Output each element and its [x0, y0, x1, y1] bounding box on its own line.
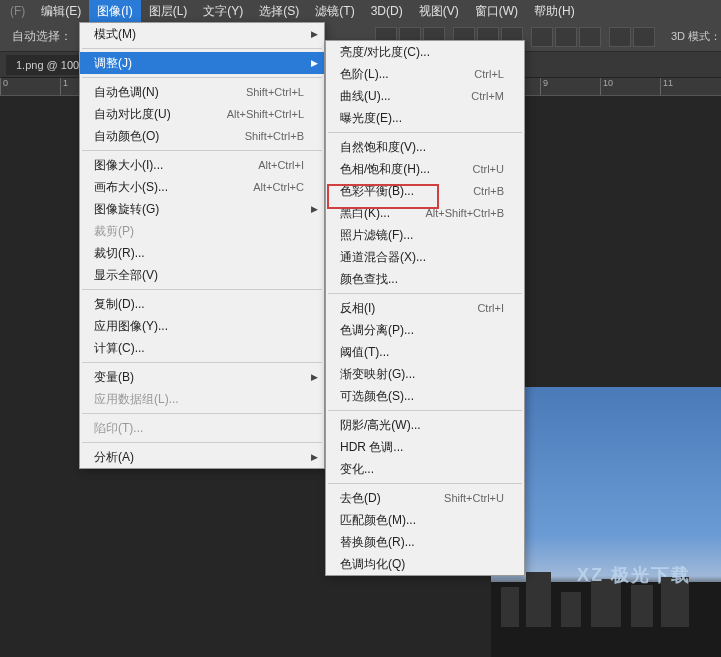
menu-item-label: 模式(M): [94, 26, 304, 43]
menu-item-label: 色调均化(Q): [340, 556, 504, 573]
menu-item-label: 计算(C)...: [94, 340, 304, 357]
image-menu-item[interactable]: 复制(D)...: [80, 293, 324, 315]
menu-item-label: 调整(J): [94, 55, 304, 72]
adjust-menu-item[interactable]: 色相/饱和度(H)...Ctrl+U: [326, 158, 524, 180]
menubar-item[interactable]: 窗口(W): [467, 0, 526, 23]
menu-separator: [82, 48, 322, 49]
watermark-text: XZ 极光下载: [577, 563, 691, 587]
menu-item-label: 裁切(R)...: [94, 245, 304, 262]
menu-separator: [82, 77, 322, 78]
image-menu-item[interactable]: 自动对比度(U)Alt+Shift+Ctrl+L: [80, 103, 324, 125]
adjust-menu-item[interactable]: 替换颜色(R)...: [326, 531, 524, 553]
menu-item-label: 陷印(T)...: [94, 420, 304, 437]
menubar-item[interactable]: 图层(L): [141, 0, 196, 23]
menu-shortcut: Alt+Shift+Ctrl+B: [425, 207, 504, 219]
ruler-tick: 9: [540, 78, 600, 95]
menubar-item[interactable]: 3D(D): [363, 1, 411, 21]
menubar-item[interactable]: (F): [2, 1, 33, 21]
menubar-item[interactable]: 选择(S): [251, 0, 307, 23]
menubar-item[interactable]: 编辑(E): [33, 0, 89, 23]
adjust-menu-item[interactable]: 匹配颜色(M)...: [326, 509, 524, 531]
menubar-item[interactable]: 帮助(H): [526, 0, 583, 23]
adjust-menu-item[interactable]: 去色(D)Shift+Ctrl+U: [326, 487, 524, 509]
menu-item-label: 图像大小(I)...: [94, 157, 258, 174]
menu-item-label: 应用数据组(L)...: [94, 391, 304, 408]
image-menu-item[interactable]: 自动颜色(O)Shift+Ctrl+B: [80, 125, 324, 147]
menu-item-label: 曲线(U)...: [340, 88, 471, 105]
adjust-menu-item[interactable]: 自然饱和度(V)...: [326, 136, 524, 158]
arrange-icon[interactable]: [609, 27, 631, 47]
menu-shortcut: Ctrl+U: [473, 163, 504, 175]
menu-item-label: 通道混合器(X)...: [340, 249, 504, 266]
adjust-menu-item[interactable]: 变化...: [326, 458, 524, 480]
ruler-tick: 11: [660, 78, 720, 95]
menu-separator: [82, 413, 322, 414]
menu-separator: [82, 442, 322, 443]
adjust-menu-item[interactable]: 黑白(K)...Alt+Shift+Ctrl+B: [326, 202, 524, 224]
image-menu-item[interactable]: 调整(J)▶: [80, 52, 324, 74]
image-preview: XZ 极光下载: [491, 387, 721, 657]
menu-shortcut: Ctrl+B: [473, 185, 504, 197]
image-menu-item[interactable]: 计算(C)...: [80, 337, 324, 359]
ruler-tick: 10: [600, 78, 660, 95]
menu-item-label: 照片滤镜(F)...: [340, 227, 504, 244]
image-menu-item[interactable]: 变量(B)▶: [80, 366, 324, 388]
menu-shortcut: Shift+Ctrl+B: [245, 130, 304, 142]
adjust-menu-item[interactable]: 阈值(T)...: [326, 341, 524, 363]
submenu-arrow-icon: ▶: [311, 58, 318, 68]
menubar-item[interactable]: 图像(I): [89, 0, 140, 23]
menubar-item[interactable]: 视图(V): [411, 0, 467, 23]
adjustments-submenu: 亮度/对比度(C)...色阶(L)...Ctrl+L曲线(U)...Ctrl+M…: [325, 40, 525, 576]
adjust-menu-item[interactable]: 可选颜色(S)...: [326, 385, 524, 407]
menu-item-label: 自然饱和度(V)...: [340, 139, 504, 156]
adjust-menu-item[interactable]: 照片滤镜(F)...: [326, 224, 524, 246]
adjust-menu-item[interactable]: 阴影/高光(W)...: [326, 414, 524, 436]
adjust-menu-item[interactable]: 颜色查找...: [326, 268, 524, 290]
menu-item-label: 变量(B): [94, 369, 304, 386]
image-menu-item[interactable]: 画布大小(S)...Alt+Ctrl+C: [80, 176, 324, 198]
image-menu-item[interactable]: 显示全部(V): [80, 264, 324, 286]
menu-item-label: 色阶(L)...: [340, 66, 474, 83]
adjust-menu-item[interactable]: 色阶(L)...Ctrl+L: [326, 63, 524, 85]
adjust-menu-item[interactable]: 色彩平衡(B)...Ctrl+B: [326, 180, 524, 202]
menu-item-label: 复制(D)...: [94, 296, 304, 313]
image-menu-item[interactable]: 图像大小(I)...Alt+Ctrl+I: [80, 154, 324, 176]
auto-select-label: 自动选择：: [12, 28, 72, 45]
menu-item-label: 阈值(T)...: [340, 344, 504, 361]
adjust-menu-item[interactable]: 曲线(U)...Ctrl+M: [326, 85, 524, 107]
menu-item-label: 自动色调(N): [94, 84, 246, 101]
image-menu-item[interactable]: 应用图像(Y)...: [80, 315, 324, 337]
image-menu-item[interactable]: 自动色调(N)Shift+Ctrl+L: [80, 81, 324, 103]
distribute-icon[interactable]: [579, 27, 601, 47]
menu-shortcut: Ctrl+L: [474, 68, 504, 80]
adjust-menu-item[interactable]: HDR 色调...: [326, 436, 524, 458]
image-menu-item[interactable]: 图像旋转(G)▶: [80, 198, 324, 220]
adjust-menu-item[interactable]: 反相(I)Ctrl+I: [326, 297, 524, 319]
menu-item-label: 自动对比度(U): [94, 106, 227, 123]
menu-separator: [82, 289, 322, 290]
arrange-group: [609, 27, 655, 47]
menu-item-label: 画布大小(S)...: [94, 179, 253, 196]
image-menu-item[interactable]: 分析(A)▶: [80, 446, 324, 468]
menubar-item[interactable]: 滤镜(T): [307, 0, 362, 23]
distribute-icon[interactable]: [555, 27, 577, 47]
adjust-menu-item[interactable]: 通道混合器(X)...: [326, 246, 524, 268]
menu-item-label: 色相/饱和度(H)...: [340, 161, 473, 178]
cityscape-silhouette: [491, 582, 721, 657]
menubar-item[interactable]: 文字(Y): [195, 0, 251, 23]
submenu-arrow-icon: ▶: [311, 29, 318, 39]
adjust-menu-item[interactable]: 亮度/对比度(C)...: [326, 41, 524, 63]
adjust-menu-item[interactable]: 色调分离(P)...: [326, 319, 524, 341]
menu-item-label: HDR 色调...: [340, 439, 504, 456]
ruler-tick: 0: [0, 78, 60, 95]
menu-item-label: 黑白(K)...: [340, 205, 425, 222]
adjust-menu-item[interactable]: 渐变映射(G)...: [326, 363, 524, 385]
adjust-menu-item[interactable]: 曝光度(E)...: [326, 107, 524, 129]
arrange-icon[interactable]: [633, 27, 655, 47]
distribute-icon[interactable]: [531, 27, 553, 47]
image-menu-item[interactable]: 模式(M)▶: [80, 23, 324, 45]
image-menu-item[interactable]: 裁切(R)...: [80, 242, 324, 264]
adjust-menu-item[interactable]: 色调均化(Q): [326, 553, 524, 575]
image-menu: 模式(M)▶调整(J)▶自动色调(N)Shift+Ctrl+L自动对比度(U)A…: [79, 22, 325, 469]
menu-item-label: 匹配颜色(M)...: [340, 512, 504, 529]
